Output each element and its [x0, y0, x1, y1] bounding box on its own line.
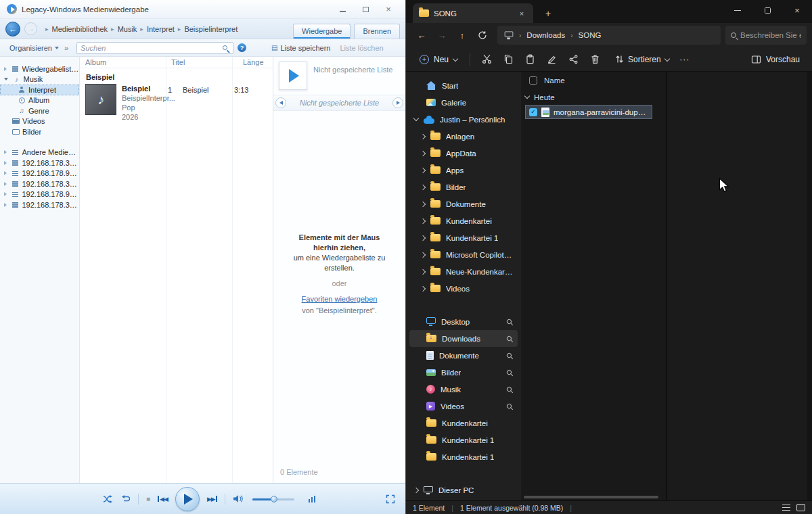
wmp-minimize-button[interactable]	[338, 5, 347, 14]
help-icon[interactable]: ?	[238, 43, 246, 52]
sidebar-item-onedrive[interactable]: Justin – Persönlich	[409, 111, 518, 128]
sidebar-item-anlagen[interactable]: Anlagen	[409, 128, 518, 145]
expander-icon[interactable]	[4, 171, 7, 175]
tree-item-network-library[interactable]: 192.168.178.39 - Sor	[0, 200, 79, 210]
sidebar-item-kundenkartei[interactable]: Kundenkartei	[409, 212, 518, 229]
save-list-button[interactable]: ▤ Liste speichern	[271, 44, 330, 52]
wmp-maximize-button[interactable]	[361, 5, 370, 14]
rename-button[interactable]	[541, 50, 562, 69]
tree-item-music[interactable]: ♪ Musik	[0, 74, 79, 85]
explorer-minimize-button[interactable]	[723, 0, 752, 20]
track-row[interactable]: 1 Beispiel 3:13	[168, 86, 248, 94]
mute-button[interactable]	[233, 494, 244, 503]
column-header-length[interactable]: Länge	[238, 58, 273, 66]
repeat-button[interactable]	[121, 495, 131, 503]
sidebar-item-dokumente[interactable]: Dokumente	[409, 347, 518, 364]
chevron-down-icon[interactable]	[413, 116, 419, 121]
tab-close-button[interactable]: ×	[516, 8, 527, 19]
breadcrumb-item[interactable]: SONG	[579, 31, 602, 39]
sidebar-item-videos[interactable]: ▶ Videos	[409, 398, 518, 415]
tree-item-network-library[interactable]: 192.168.178.97 - Sor	[0, 168, 79, 179]
paste-button[interactable]	[519, 50, 541, 69]
wmp-titlebar[interactable]: Legacy-Windows Medienwiedergabe ×	[0, 0, 405, 19]
sidebar-item-videos-onedrive[interactable]: Videos	[409, 280, 518, 297]
tree-item-other-libraries[interactable]: Andere Medienbiblio	[0, 147, 79, 158]
new-tab-button[interactable]: +	[541, 3, 555, 23]
breadcrumb-item[interactable]: Beispielinterpret	[183, 24, 239, 34]
sidebar-item-gallery[interactable]: Galerie	[409, 94, 518, 111]
explorer-search-input[interactable]	[740, 31, 801, 39]
tree-item-network-library[interactable]: 192.168.178.96 - Sor	[0, 189, 79, 200]
previous-button[interactable]: ◀◀	[158, 496, 168, 503]
sidebar-item-kundenkartei-1[interactable]: Kundenkartei 1	[409, 229, 518, 246]
breadcrumb-item[interactable]: Musik	[116, 24, 139, 34]
tree-item-videos[interactable]: Videos	[0, 116, 79, 127]
column-header-album[interactable]: Album	[80, 58, 166, 66]
name-column-header[interactable]: Name	[544, 76, 565, 85]
chevron-right-icon[interactable]	[413, 487, 419, 492]
tree-item-album[interactable]: Album	[0, 95, 79, 106]
clear-list-button[interactable]: Liste löschen	[340, 44, 383, 52]
sidebar-item-kundenkartei-pinned[interactable]: Kundenkartei	[409, 415, 518, 431]
chevron-right-icon[interactable]	[420, 184, 426, 189]
sidebar-item-neue-kundenkartei[interactable]: Neue-Kundenkartei	[409, 263, 518, 280]
tab-brennen[interactable]: Brennen	[354, 24, 400, 39]
back-button[interactable]: ←	[5, 22, 20, 37]
file-checkbox[interactable]: ✓	[529, 108, 537, 116]
vertical-scrollbar[interactable]	[807, 72, 812, 500]
group-header-heute[interactable]: Heute	[521, 89, 667, 105]
chevron-right-icon[interactable]	[420, 201, 426, 206]
sidebar-item-appdata[interactable]: AppData	[409, 145, 518, 162]
next-list-button[interactable]	[392, 97, 403, 108]
chevron-right-icon[interactable]	[420, 218, 426, 223]
tree-item-interpret[interactable]: Interpret	[0, 85, 79, 95]
more-options-button[interactable]: ···	[675, 50, 695, 69]
forward-button[interactable]: →	[24, 22, 37, 35]
breadcrumb-item[interactable]: Interpret	[145, 24, 176, 34]
file-row-selected[interactable]: ✓ morgana-parravicini-dupe.jpeg	[525, 105, 652, 119]
wmp-close-button[interactable]: ×	[384, 5, 393, 14]
enhancements-button[interactable]	[308, 495, 316, 503]
copy-button[interactable]	[497, 50, 519, 69]
sidebar-item-musik[interactable]: ♪ Musik	[409, 381, 518, 398]
preview-toggle-button[interactable]: Vorschau	[746, 52, 805, 67]
shuffle-button[interactable]	[103, 495, 114, 503]
explorer-tab-song[interactable]: SONG ×	[413, 3, 533, 23]
share-button[interactable]	[562, 50, 584, 69]
volume-thumb[interactable]	[271, 496, 277, 503]
stop-button[interactable]: ■	[146, 495, 150, 503]
sidebar-item-kundenkartei-1-pinned[interactable]: Kundenkartei 1	[409, 448, 518, 465]
explorer-maximize-button[interactable]	[752, 0, 782, 20]
column-header-title[interactable]: Titel	[166, 58, 238, 66]
wmp-search-input[interactable]	[81, 44, 220, 52]
select-all-checkbox[interactable]	[529, 76, 537, 85]
expander-icon[interactable]	[4, 78, 8, 80]
organize-button[interactable]: Organisieren	[5, 43, 63, 53]
chevron-right-icon[interactable]	[420, 285, 426, 291]
refresh-button[interactable]	[472, 26, 493, 45]
sidebar-item-dokumente-onedrive[interactable]: Dokumente	[409, 195, 518, 212]
previous-list-button[interactable]	[275, 97, 286, 108]
forward-button[interactable]: →	[432, 26, 452, 45]
breadcrumb-bar[interactable]: › Downloads › SONG	[497, 26, 721, 45]
explorer-search-box[interactable]	[725, 26, 807, 45]
tree-item-playlists[interactable]: Wiedergabelisten	[0, 64, 79, 74]
sidebar-item-apps[interactable]: Apps	[409, 162, 518, 179]
next-button[interactable]: ▶▶	[207, 496, 217, 503]
play-button[interactable]	[175, 487, 200, 511]
chevron-down-icon[interactable]	[524, 93, 530, 99]
horizontal-scrollbar[interactable]	[524, 496, 658, 498]
sidebar-item-bilder[interactable]: Bilder	[409, 364, 518, 381]
details-view-button[interactable]	[782, 505, 790, 506]
sort-button[interactable]: Sortieren	[610, 52, 675, 67]
search-icon[interactable]	[223, 45, 227, 50]
delete-button[interactable]	[584, 50, 606, 69]
back-button[interactable]: ←	[411, 26, 432, 45]
tree-item-network-library[interactable]: 192.168.178.38 - SYM	[0, 179, 79, 189]
toolbar-overflow-button[interactable]: »	[64, 44, 68, 52]
breadcrumb-item[interactable]: Downloads	[526, 31, 565, 39]
tab-wiedergabe[interactable]: Wiedergabe	[293, 24, 351, 39]
chevron-right-icon[interactable]	[420, 235, 426, 240]
play-favorites-link[interactable]: Favoriten wiedergeben	[302, 294, 378, 304]
chevron-right-icon[interactable]	[420, 268, 426, 274]
